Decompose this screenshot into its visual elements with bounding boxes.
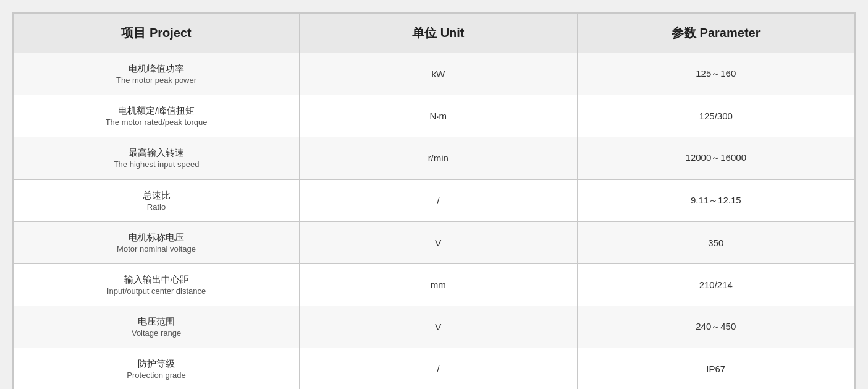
parameter-cell: IP67	[577, 348, 854, 389]
project-zh-text: 防护等级	[26, 357, 287, 370]
project-zh-text: 电机标称电压	[26, 231, 287, 244]
table-row: 最高输入转速The highest input speedr/min12000～…	[14, 137, 855, 179]
specs-table-container: 项目 Project 单位 Unit 参数 Parameter 电机峰值功率Th…	[12, 12, 856, 389]
table-row: 电机额定/峰值扭矩The motor rated/peak torqueN·m1…	[14, 95, 855, 137]
unit-cell: V	[300, 221, 577, 263]
specs-table: 项目 Project 单位 Unit 参数 Parameter 电机峰值功率Th…	[13, 13, 855, 389]
table-row: 输入输出中心距Input/output center distancemm210…	[14, 263, 855, 306]
parameter-cell: 9.11～12.15	[577, 179, 854, 221]
unit-cell: V	[300, 306, 577, 348]
table-row: 防护等级Protection grade/IP67	[14, 348, 855, 389]
parameter-cell: 350	[577, 221, 854, 263]
project-zh-text: 最高输入转速	[26, 146, 287, 159]
project-zh-text: 电机额定/峰值扭矩	[26, 104, 287, 117]
table-header-row: 项目 Project 单位 Unit 参数 Parameter	[14, 14, 855, 53]
unit-cell: r/min	[300, 137, 577, 179]
project-en-text: Input/output center distance	[26, 286, 287, 297]
project-en-text: The motor peak power	[26, 75, 287, 86]
table-row: 总速比Ratio/9.11～12.15	[14, 179, 855, 221]
unit-cell: N·m	[300, 95, 577, 137]
project-en-text: Ratio	[26, 202, 287, 213]
parameter-cell: 210/214	[577, 263, 854, 306]
project-zh-text: 总速比	[26, 189, 287, 202]
header-parameter: 参数 Parameter	[577, 14, 854, 53]
table-row: 电机峰值功率The motor peak powerkW125～160	[14, 53, 855, 95]
project-en-text: The highest input speed	[26, 159, 287, 170]
parameter-cell: 240～450	[577, 306, 854, 348]
project-cell: 电机峰值功率The motor peak power	[14, 53, 300, 95]
project-zh-text: 输入输出中心距	[26, 273, 287, 286]
unit-cell: /	[300, 179, 577, 221]
project-en-text: Voltage range	[26, 328, 287, 339]
parameter-cell: 125～160	[577, 53, 854, 95]
project-cell: 电压范围Voltage range	[14, 306, 300, 348]
parameter-cell: 125/300	[577, 95, 854, 137]
project-en-text: Protection grade	[26, 370, 287, 381]
unit-cell: kW	[300, 53, 577, 95]
parameter-cell: 12000～16000	[577, 137, 854, 179]
project-en-text: The motor rated/peak torque	[26, 117, 287, 128]
project-cell: 防护等级Protection grade	[14, 348, 300, 389]
project-cell: 电机额定/峰值扭矩The motor rated/peak torque	[14, 95, 300, 137]
project-cell: 电机标称电压Motor nominal voltage	[14, 221, 300, 263]
table-row: 电压范围Voltage rangeV240～450	[14, 306, 855, 348]
project-zh-text: 电机峰值功率	[26, 62, 287, 75]
unit-cell: mm	[300, 263, 577, 306]
project-cell: 最高输入转速The highest input speed	[14, 137, 300, 179]
project-en-text: Motor nominal voltage	[26, 244, 287, 255]
table-row: 电机标称电压Motor nominal voltageV350	[14, 221, 855, 263]
header-project: 项目 Project	[14, 14, 300, 53]
project-zh-text: 电压范围	[26, 315, 287, 328]
unit-cell: /	[300, 348, 577, 389]
project-cell: 总速比Ratio	[14, 179, 300, 221]
header-unit: 单位 Unit	[300, 14, 577, 53]
project-cell: 输入输出中心距Input/output center distance	[14, 263, 300, 306]
